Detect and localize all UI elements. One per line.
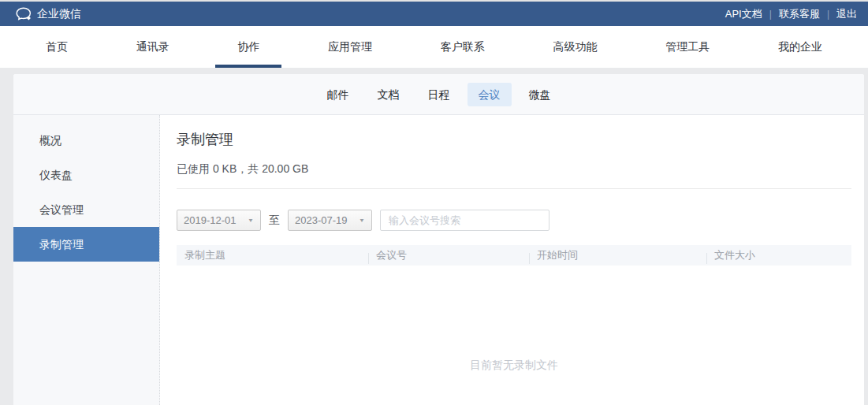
nav-item-my-enterprise[interactable]: 我的企业 [778, 26, 822, 68]
content-card: 邮件 文档 日程 会议 微盘 概况 仪表盘 会议管理 录制管理 录制管理 已使用… [13, 74, 864, 405]
empty-state: 目前暂无录制文件 [177, 359, 851, 373]
table-header: 录制主题 会议号 开始时间 文件大小 [177, 245, 851, 266]
link-api-docs[interactable]: API文档 [722, 7, 766, 21]
topbar-links: API文档 | 联系客服 | 退出 [722, 7, 860, 21]
end-date-value: 2023-07-19 [295, 214, 348, 226]
nav-item-advanced-features[interactable]: 高级功能 [553, 26, 598, 68]
table-header-cell-meeting-id: 会议号 [368, 248, 529, 262]
nav-item-admin-tools[interactable]: 管理工具 [665, 26, 710, 68]
start-date-value: 2019-12-01 [184, 214, 237, 226]
link-logout[interactable]: 退出 [833, 7, 860, 21]
divider: | [827, 9, 829, 20]
nav-item-collaboration[interactable]: 协作 [237, 26, 259, 68]
tab-docs[interactable]: 文档 [367, 83, 411, 106]
nav-item-home[interactable]: 首页 [46, 26, 68, 68]
nav-item-customer-relations[interactable]: 客户联系 [441, 26, 485, 68]
main-navbar: 首页 通讯录 协作 应用管理 客户联系 高级功能 管理工具 我的企业 [0, 26, 868, 68]
meeting-search-input[interactable] [380, 210, 549, 231]
sidebar-item-recording-management[interactable]: 录制管理 [13, 227, 159, 262]
tab-meeting[interactable]: 会议 [468, 83, 512, 106]
section-divider [177, 188, 851, 189]
divider: | [769, 9, 772, 20]
table-header-cell-topic: 录制主题 [177, 248, 368, 262]
table-header-cell-file-size: 文件大小 [706, 248, 851, 262]
nav-item-app-management[interactable]: 应用管理 [328, 26, 372, 68]
filter-bar: 2019-12-01 ▼ 至 2023-07-19 ▼ [177, 210, 851, 231]
end-date-select[interactable]: 2023-07-19 ▼ [288, 210, 372, 231]
chat-bubble-icon [16, 7, 32, 21]
page-title: 录制管理 [177, 130, 851, 149]
nav-item-contacts[interactable]: 通讯录 [136, 26, 170, 68]
sidebar-item-meeting-management[interactable]: 会议管理 [13, 192, 159, 227]
main-content: 录制管理 已使用 0 KB，共 20.00 GB 2019-12-01 ▼ 至 … [160, 115, 864, 405]
sidebar-item-overview[interactable]: 概况 [13, 123, 159, 158]
tab-drive[interactable]: 微盘 [518, 83, 562, 106]
link-contact-support[interactable]: 联系客服 [776, 7, 823, 21]
card-body: 概况 仪表盘 会议管理 录制管理 录制管理 已使用 0 KB，共 20.00 G… [13, 115, 864, 405]
range-separator: 至 [269, 214, 280, 228]
table-header-cell-start-time: 开始时间 [529, 248, 706, 262]
dropdown-arrow-icon: ▼ [248, 217, 254, 223]
sidebar: 概况 仪表盘 会议管理 录制管理 [13, 115, 160, 405]
tab-schedule[interactable]: 日程 [417, 83, 461, 106]
brand-name: 企业微信 [37, 7, 81, 21]
start-date-select[interactable]: 2019-12-01 ▼ [177, 210, 261, 231]
collaboration-subnav: 邮件 文档 日程 会议 微盘 [13, 74, 864, 115]
sidebar-item-dashboard[interactable]: 仪表盘 [13, 158, 159, 192]
brand: 企业微信 [16, 7, 81, 21]
storage-usage: 已使用 0 KB，共 20.00 GB [177, 162, 851, 176]
tab-mail[interactable]: 邮件 [316, 83, 360, 106]
dropdown-arrow-icon: ▼ [359, 217, 365, 223]
topbar: 企业微信 API文档 | 联系客服 | 退出 [0, 2, 868, 26]
